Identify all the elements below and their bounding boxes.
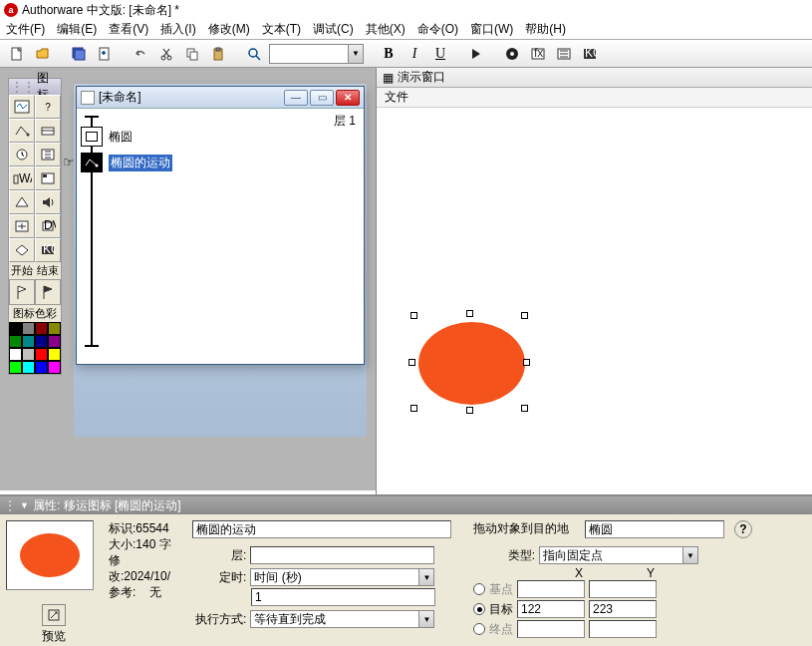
help-icon-tool[interactable]: ? [35, 95, 61, 119]
object-input[interactable] [585, 520, 724, 538]
color-swatch[interactable] [22, 335, 35, 348]
icon-label-ellipse[interactable]: 椭圆 [109, 129, 133, 146]
decision-icon-tool[interactable] [35, 166, 61, 190]
icon-name-input[interactable] [192, 520, 451, 538]
color-swatch[interactable] [9, 348, 22, 361]
selection-handle[interactable] [521, 405, 528, 412]
map-icon-tool[interactable] [9, 238, 35, 262]
help-button[interactable]: ? [734, 520, 752, 538]
import-button[interactable] [94, 43, 116, 65]
icon-label-motion[interactable]: 椭圆的运动 [109, 155, 172, 171]
ko-icon-tool[interactable]: KO [35, 238, 61, 262]
selection-handle[interactable] [466, 407, 473, 414]
ellipse-object[interactable] [418, 322, 525, 405]
presentation-canvas[interactable] [377, 108, 812, 486]
timing-value-input[interactable] [251, 588, 435, 606]
selection-handle[interactable] [410, 312, 417, 319]
menu-edit[interactable]: 编辑(E) [57, 21, 97, 38]
endpoint-radio[interactable] [473, 623, 485, 635]
preview-button[interactable] [42, 604, 66, 626]
calc-icon-tool[interactable] [9, 214, 35, 238]
flowline-titlebar[interactable]: [未命名] — ▭ ✕ [77, 87, 364, 109]
color-swatch[interactable] [22, 322, 35, 335]
color-swatch[interactable] [48, 361, 61, 374]
palette-title[interactable]: ⋮⋮图标 [9, 79, 61, 95]
menu-debug[interactable]: 调试(C) [313, 21, 354, 38]
menu-help[interactable]: 帮助(H) [525, 21, 566, 38]
control-panel-button[interactable] [501, 43, 523, 65]
menu-view[interactable]: 查看(V) [109, 21, 148, 38]
flow-icon-motion[interactable]: ☞ 椭圆的运动 [81, 153, 172, 172]
underline-button[interactable]: U [429, 43, 451, 65]
selection-handle[interactable] [410, 405, 417, 412]
framework-icon-tool[interactable]: WAIT [9, 166, 35, 190]
color-swatch[interactable] [35, 361, 48, 374]
color-swatch[interactable] [9, 361, 22, 374]
flowline-window[interactable]: [未命名] — ▭ ✕ 层 1 椭圆 ☞ 椭圆的运动 [76, 86, 365, 365]
menu-cmd[interactable]: 命令(O) [417, 21, 458, 38]
target-x-input[interactable] [517, 600, 585, 618]
timing-combo[interactable]: 时间 (秒)▼ [250, 568, 434, 586]
flowline-body[interactable]: 层 1 椭圆 ☞ 椭圆的运动 [77, 109, 364, 364]
selection-handle[interactable] [466, 310, 473, 317]
run-button[interactable] [465, 43, 487, 65]
color-swatch[interactable] [35, 322, 48, 335]
color-swatch[interactable] [22, 348, 35, 361]
collapse-icon[interactable]: ▼ [20, 500, 29, 510]
motion-icon-tool[interactable] [9, 119, 35, 143]
menu-insert[interactable]: 插入(I) [160, 21, 195, 38]
target-radio[interactable] [473, 603, 485, 615]
minimize-button[interactable]: — [284, 90, 308, 106]
menu-modify[interactable]: 修改(M) [208, 21, 250, 38]
new-button[interactable] [6, 43, 28, 65]
color-swatch[interactable] [48, 335, 61, 348]
italic-button[interactable]: I [404, 43, 425, 65]
type-combo[interactable]: 指向固定点▼ [539, 546, 698, 564]
end-x-input[interactable] [517, 620, 585, 638]
menu-other[interactable]: 其他(X) [366, 21, 406, 38]
color-swatch[interactable] [48, 322, 61, 335]
color-swatch[interactable] [22, 361, 35, 374]
menu-file[interactable]: 文件(F) [6, 21, 45, 38]
close-button[interactable]: ✕ [336, 90, 360, 106]
cut-button[interactable] [155, 43, 177, 65]
copy-button[interactable] [181, 43, 203, 65]
color-swatch[interactable] [48, 348, 61, 361]
layer-input[interactable] [250, 546, 434, 564]
font-combo[interactable]: ▼ [269, 44, 364, 64]
color-swatch[interactable] [9, 335, 22, 348]
base-x-input[interactable] [517, 580, 585, 598]
navigate-icon-tool[interactable] [35, 143, 61, 166]
properties-titlebar[interactable]: ⋮ ▼ 属性: 移运图标 [椭圆的运动] [0, 496, 812, 514]
presentation-titlebar[interactable]: ▦ 演示窗口 [377, 68, 812, 88]
maximize-button[interactable]: ▭ [310, 90, 334, 106]
display-icon-tool[interactable] [9, 95, 35, 119]
knowledge-button[interactable]: KO [579, 43, 601, 65]
save-all-button[interactable] [68, 43, 90, 65]
variables-button[interactable] [553, 43, 575, 65]
interaction-icon-tool[interactable] [9, 190, 35, 214]
movie-icon-tool[interactable]: DVD [35, 214, 61, 238]
sound-icon-tool[interactable] [35, 190, 61, 214]
flow-icon-display[interactable]: 椭圆 [81, 127, 133, 147]
erase-icon-tool[interactable] [35, 119, 61, 143]
wait-icon-tool[interactable] [9, 143, 35, 166]
menu-text[interactable]: 文本(T) [262, 21, 301, 38]
end-flag[interactable] [35, 279, 61, 305]
end-y-input[interactable] [589, 620, 657, 638]
selection-handle[interactable] [408, 359, 415, 366]
color-swatch[interactable] [35, 348, 48, 361]
find-button[interactable] [243, 43, 265, 65]
bold-button[interactable]: B [378, 43, 400, 65]
start-flag[interactable] [9, 279, 35, 305]
selection-handle[interactable] [521, 312, 528, 319]
functions-button[interactable]: fx [527, 43, 549, 65]
open-button[interactable] [32, 43, 54, 65]
undo-button[interactable] [130, 43, 151, 65]
color-swatch[interactable] [35, 335, 48, 348]
base-y-input[interactable] [589, 580, 657, 598]
selection-handle[interactable] [523, 359, 530, 366]
color-swatch[interactable] [9, 322, 22, 335]
menu-window[interactable]: 窗口(W) [470, 21, 513, 38]
basepoint-radio[interactable] [473, 583, 485, 595]
